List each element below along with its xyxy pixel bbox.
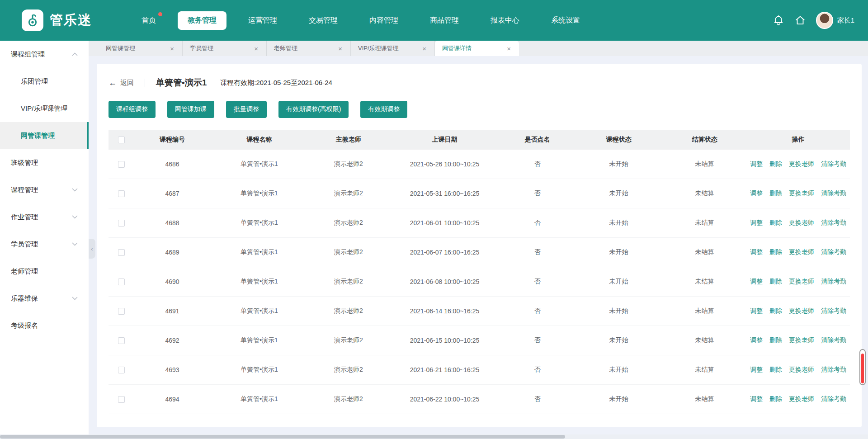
nav-item[interactable]: 内容管理 <box>359 11 408 30</box>
back-button[interactable]: ← 返回 <box>108 78 134 88</box>
row-checkbox[interactable] <box>118 161 125 168</box>
home-icon[interactable] <box>794 14 806 26</box>
action-change-teacher[interactable]: 更换老师 <box>789 160 814 168</box>
toolbar-button[interactable]: 课程组调整 <box>108 101 156 118</box>
column-header: 结算状态 <box>663 136 746 144</box>
toolbar-button[interactable]: 批量调整 <box>226 101 267 118</box>
action-adjust[interactable]: 调整 <box>750 278 763 286</box>
nav-item[interactable]: 运营管理 <box>238 11 287 30</box>
action-change-teacher[interactable]: 更换老师 <box>789 395 814 403</box>
action-change-teacher[interactable]: 更换老师 <box>789 307 814 315</box>
column-header: 上课日期 <box>389 136 500 144</box>
nav-item[interactable]: 交易管理 <box>299 11 348 30</box>
action-adjust[interactable]: 调整 <box>750 307 763 315</box>
action-adjust[interactable]: 调整 <box>750 219 763 227</box>
sidebar-item[interactable]: 班级管理 <box>0 149 89 176</box>
sidebar-item[interactable]: 考级报名 <box>0 312 89 339</box>
cell-teacher: 演示老师2 <box>308 366 389 374</box>
toolbar-button[interactable]: 有效期调整(高权限) <box>278 101 349 118</box>
sidebar-item[interactable]: VIP/乐理课管理 <box>0 95 89 122</box>
action-adjust[interactable]: 调整 <box>750 366 763 374</box>
action-change-teacher[interactable]: 更换老师 <box>789 189 814 198</box>
close-icon[interactable]: × <box>337 45 343 52</box>
row-checkbox[interactable] <box>118 249 125 256</box>
notification-bell-icon[interactable] <box>773 14 784 26</box>
action-delete[interactable]: 删除 <box>769 219 782 227</box>
close-icon[interactable]: × <box>421 45 427 52</box>
action-delete[interactable]: 删除 <box>769 307 782 315</box>
tab[interactable]: 学员管理 × <box>183 41 267 56</box>
row-checkbox[interactable] <box>118 337 125 344</box>
action-clear-attendance[interactable]: 清除考勤 <box>821 248 846 256</box>
row-checkbox[interactable] <box>118 190 125 197</box>
close-icon[interactable]: × <box>253 45 259 52</box>
nav-item[interactable]: 商品管理 <box>420 11 469 30</box>
nav-item[interactable]: 首页 <box>132 11 166 30</box>
nav-item[interactable]: 教务管理 <box>178 11 226 30</box>
tab[interactable]: 老师管理 × <box>267 41 351 56</box>
nav-item[interactable]: 系统设置 <box>541 11 590 30</box>
table-row: 4688 单簧管•演示1 演示老师2 2021-06-01 10:00~10:2… <box>108 208 850 238</box>
row-checkbox[interactable] <box>118 279 125 285</box>
action-change-teacher[interactable]: 更换老师 <box>789 219 814 227</box>
cell-status: 未开始 <box>575 160 663 168</box>
action-clear-attendance[interactable]: 清除考勤 <box>821 366 846 374</box>
action-clear-attendance[interactable]: 清除考勤 <box>821 336 846 345</box>
sidebar-item[interactable]: 老师管理 <box>0 258 89 285</box>
action-delete[interactable]: 删除 <box>769 278 782 286</box>
cell-settlement: 未结算 <box>663 278 746 286</box>
action-delete[interactable]: 删除 <box>769 160 782 168</box>
action-clear-attendance[interactable]: 清除考勤 <box>821 278 846 286</box>
action-clear-attendance[interactable]: 清除考勤 <box>821 219 846 227</box>
row-checkbox[interactable] <box>118 367 125 373</box>
action-adjust[interactable]: 调整 <box>750 189 763 198</box>
action-adjust[interactable]: 调整 <box>750 160 763 168</box>
action-clear-attendance[interactable]: 清除考勤 <box>821 307 846 315</box>
nav-item-label: 首页 <box>142 16 156 24</box>
action-delete[interactable]: 删除 <box>769 336 782 345</box>
row-checkbox[interactable] <box>118 396 125 403</box>
action-adjust[interactable]: 调整 <box>750 248 763 256</box>
action-adjust[interactable]: 调整 <box>750 336 763 345</box>
cell-course-name: 单簧管•演示1 <box>211 307 308 315</box>
sidebar-item[interactable]: 网管课管理 <box>0 122 89 149</box>
tab[interactable]: 网管课管理 × <box>99 41 183 56</box>
toolbar-button[interactable]: 网管课加课 <box>167 101 214 118</box>
chevron-down-icon <box>72 242 78 246</box>
cell-course-id: 4691 <box>134 307 211 315</box>
tab[interactable]: 网管课详情 × <box>435 41 519 56</box>
nav-item[interactable]: 报表中心 <box>481 11 529 30</box>
horizontal-scrollbar-thumb[interactable] <box>0 435 565 439</box>
cell-teacher: 演示老师2 <box>308 307 389 315</box>
sidebar-item[interactable]: 乐器维保 <box>0 285 89 312</box>
tab[interactable]: VIP/乐理课管理 × <box>351 41 435 56</box>
action-change-teacher[interactable]: 更换老师 <box>789 248 814 256</box>
close-icon[interactable]: × <box>169 45 175 52</box>
action-change-teacher[interactable]: 更换老师 <box>789 278 814 286</box>
sidebar-item[interactable]: 作业管理 <box>0 203 89 231</box>
user-menu[interactable]: 家长1 <box>816 12 854 29</box>
brand[interactable]: 管乐迷 <box>22 9 92 31</box>
action-change-teacher[interactable]: 更换老师 <box>789 366 814 374</box>
select-all-checkbox[interactable] <box>118 137 125 143</box>
action-clear-attendance[interactable]: 清除考勤 <box>821 189 846 198</box>
sidebar-item[interactable]: 乐团管理 <box>0 68 89 95</box>
toolbar-button[interactable]: 有效期调整 <box>360 101 407 118</box>
close-icon[interactable]: × <box>506 45 512 52</box>
action-adjust[interactable]: 调整 <box>750 395 763 403</box>
action-delete[interactable]: 删除 <box>769 395 782 403</box>
sidebar-item[interactable]: 课程管理 <box>0 176 89 203</box>
action-clear-attendance[interactable]: 清除考勤 <box>821 160 846 168</box>
action-delete[interactable]: 删除 <box>769 366 782 374</box>
sidebar-item[interactable]: 学员管理 <box>0 231 89 258</box>
sidebar-collapse-handle[interactable]: ‹ <box>89 239 95 259</box>
sidebar-item[interactable]: 课程组管理 <box>0 41 89 68</box>
action-change-teacher[interactable]: 更换老师 <box>789 336 814 345</box>
action-clear-attendance[interactable]: 清除考勤 <box>821 395 846 403</box>
action-delete[interactable]: 删除 <box>769 248 782 256</box>
action-delete[interactable]: 删除 <box>769 189 782 198</box>
row-checkbox[interactable] <box>118 220 125 227</box>
cell-course-name: 单簧管•演示1 <box>211 189 308 198</box>
sidebar-item-label: 课程组管理 <box>11 50 45 59</box>
row-checkbox[interactable] <box>118 308 125 315</box>
